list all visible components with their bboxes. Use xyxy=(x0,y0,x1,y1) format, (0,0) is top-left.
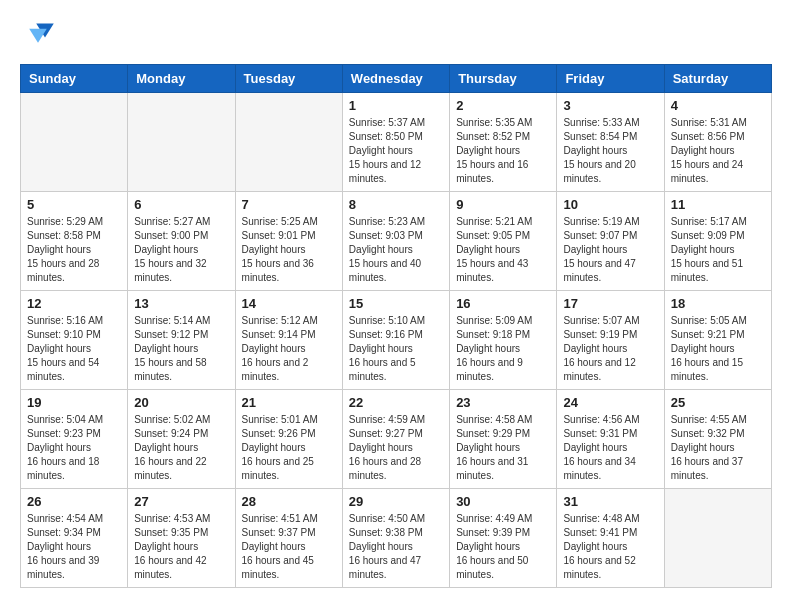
day-number: 22 xyxy=(349,395,443,410)
day-info: Sunrise: 5:10 AMSunset: 9:16 PMDaylight … xyxy=(349,314,443,384)
day-info: Sunrise: 5:17 AMSunset: 9:09 PMDaylight … xyxy=(671,215,765,285)
day-number: 31 xyxy=(563,494,657,509)
calendar-cell: 29 Sunrise: 4:50 AMSunset: 9:38 PMDaylig… xyxy=(342,489,449,588)
calendar-cell: 24 Sunrise: 4:56 AMSunset: 9:31 PMDaylig… xyxy=(557,390,664,489)
day-info: Sunrise: 4:50 AMSunset: 9:38 PMDaylight … xyxy=(349,512,443,582)
day-number: 13 xyxy=(134,296,228,311)
day-info: Sunrise: 4:54 AMSunset: 9:34 PMDaylight … xyxy=(27,512,121,582)
week-row-4: 19 Sunrise: 5:04 AMSunset: 9:23 PMDaylig… xyxy=(21,390,772,489)
calendar-cell: 21 Sunrise: 5:01 AMSunset: 9:26 PMDaylig… xyxy=(235,390,342,489)
day-number: 24 xyxy=(563,395,657,410)
day-info: Sunrise: 5:35 AMSunset: 8:52 PMDaylight … xyxy=(456,116,550,186)
weekday-header-row: SundayMondayTuesdayWednesdayThursdayFrid… xyxy=(21,65,772,93)
calendar-cell: 13 Sunrise: 5:14 AMSunset: 9:12 PMDaylig… xyxy=(128,291,235,390)
day-number: 17 xyxy=(563,296,657,311)
week-row-2: 5 Sunrise: 5:29 AMSunset: 8:58 PMDayligh… xyxy=(21,192,772,291)
calendar-cell: 4 Sunrise: 5:31 AMSunset: 8:56 PMDayligh… xyxy=(664,93,771,192)
day-info: Sunrise: 5:23 AMSunset: 9:03 PMDaylight … xyxy=(349,215,443,285)
calendar-cell: 19 Sunrise: 5:04 AMSunset: 9:23 PMDaylig… xyxy=(21,390,128,489)
day-number: 9 xyxy=(456,197,550,212)
day-info: Sunrise: 5:29 AMSunset: 8:58 PMDaylight … xyxy=(27,215,121,285)
day-number: 20 xyxy=(134,395,228,410)
calendar-cell: 12 Sunrise: 5:16 AMSunset: 9:10 PMDaylig… xyxy=(21,291,128,390)
day-number: 16 xyxy=(456,296,550,311)
day-number: 10 xyxy=(563,197,657,212)
day-number: 7 xyxy=(242,197,336,212)
day-info: Sunrise: 5:07 AMSunset: 9:19 PMDaylight … xyxy=(563,314,657,384)
day-number: 26 xyxy=(27,494,121,509)
calendar-cell: 5 Sunrise: 5:29 AMSunset: 8:58 PMDayligh… xyxy=(21,192,128,291)
calendar-cell: 10 Sunrise: 5:19 AMSunset: 9:07 PMDaylig… xyxy=(557,192,664,291)
day-number: 6 xyxy=(134,197,228,212)
calendar-cell: 23 Sunrise: 4:58 AMSunset: 9:29 PMDaylig… xyxy=(450,390,557,489)
day-number: 21 xyxy=(242,395,336,410)
week-row-3: 12 Sunrise: 5:16 AMSunset: 9:10 PMDaylig… xyxy=(21,291,772,390)
calendar-table: SundayMondayTuesdayWednesdayThursdayFrid… xyxy=(20,64,772,588)
day-number: 1 xyxy=(349,98,443,113)
day-info: Sunrise: 4:56 AMSunset: 9:31 PMDaylight … xyxy=(563,413,657,483)
day-number: 27 xyxy=(134,494,228,509)
calendar-cell xyxy=(21,93,128,192)
calendar-cell: 28 Sunrise: 4:51 AMSunset: 9:37 PMDaylig… xyxy=(235,489,342,588)
day-info: Sunrise: 5:21 AMSunset: 9:05 PMDaylight … xyxy=(456,215,550,285)
day-info: Sunrise: 5:16 AMSunset: 9:10 PMDaylight … xyxy=(27,314,121,384)
day-info: Sunrise: 5:09 AMSunset: 9:18 PMDaylight … xyxy=(456,314,550,384)
calendar-cell: 27 Sunrise: 4:53 AMSunset: 9:35 PMDaylig… xyxy=(128,489,235,588)
calendar-cell: 17 Sunrise: 5:07 AMSunset: 9:19 PMDaylig… xyxy=(557,291,664,390)
day-info: Sunrise: 4:49 AMSunset: 9:39 PMDaylight … xyxy=(456,512,550,582)
day-number: 11 xyxy=(671,197,765,212)
day-number: 14 xyxy=(242,296,336,311)
day-number: 23 xyxy=(456,395,550,410)
calendar-cell: 3 Sunrise: 5:33 AMSunset: 8:54 PMDayligh… xyxy=(557,93,664,192)
calendar-cell: 16 Sunrise: 5:09 AMSunset: 9:18 PMDaylig… xyxy=(450,291,557,390)
day-info: Sunrise: 4:58 AMSunset: 9:29 PMDaylight … xyxy=(456,413,550,483)
day-info: Sunrise: 4:59 AMSunset: 9:27 PMDaylight … xyxy=(349,413,443,483)
weekday-header-sunday: Sunday xyxy=(21,65,128,93)
weekday-header-friday: Friday xyxy=(557,65,664,93)
calendar-cell xyxy=(128,93,235,192)
weekday-header-thursday: Thursday xyxy=(450,65,557,93)
day-info: Sunrise: 4:55 AMSunset: 9:32 PMDaylight … xyxy=(671,413,765,483)
calendar-cell: 15 Sunrise: 5:10 AMSunset: 9:16 PMDaylig… xyxy=(342,291,449,390)
calendar-cell: 9 Sunrise: 5:21 AMSunset: 9:05 PMDayligh… xyxy=(450,192,557,291)
day-info: Sunrise: 4:48 AMSunset: 9:41 PMDaylight … xyxy=(563,512,657,582)
day-info: Sunrise: 5:31 AMSunset: 8:56 PMDaylight … xyxy=(671,116,765,186)
day-number: 4 xyxy=(671,98,765,113)
day-number: 30 xyxy=(456,494,550,509)
calendar-cell: 20 Sunrise: 5:02 AMSunset: 9:24 PMDaylig… xyxy=(128,390,235,489)
calendar-cell: 26 Sunrise: 4:54 AMSunset: 9:34 PMDaylig… xyxy=(21,489,128,588)
logo-icon xyxy=(20,20,56,48)
week-row-1: 1 Sunrise: 5:37 AMSunset: 8:50 PMDayligh… xyxy=(21,93,772,192)
calendar-cell xyxy=(664,489,771,588)
week-row-5: 26 Sunrise: 4:54 AMSunset: 9:34 PMDaylig… xyxy=(21,489,772,588)
day-number: 3 xyxy=(563,98,657,113)
day-number: 29 xyxy=(349,494,443,509)
day-info: Sunrise: 5:02 AMSunset: 9:24 PMDaylight … xyxy=(134,413,228,483)
weekday-header-monday: Monday xyxy=(128,65,235,93)
day-info: Sunrise: 5:19 AMSunset: 9:07 PMDaylight … xyxy=(563,215,657,285)
day-info: Sunrise: 5:04 AMSunset: 9:23 PMDaylight … xyxy=(27,413,121,483)
calendar-cell: 7 Sunrise: 5:25 AMSunset: 9:01 PMDayligh… xyxy=(235,192,342,291)
day-info: Sunrise: 5:05 AMSunset: 9:21 PMDaylight … xyxy=(671,314,765,384)
day-info: Sunrise: 5:27 AMSunset: 9:00 PMDaylight … xyxy=(134,215,228,285)
calendar-cell: 14 Sunrise: 5:12 AMSunset: 9:14 PMDaylig… xyxy=(235,291,342,390)
calendar-cell: 8 Sunrise: 5:23 AMSunset: 9:03 PMDayligh… xyxy=(342,192,449,291)
calendar-cell: 18 Sunrise: 5:05 AMSunset: 9:21 PMDaylig… xyxy=(664,291,771,390)
day-info: Sunrise: 5:33 AMSunset: 8:54 PMDaylight … xyxy=(563,116,657,186)
weekday-header-wednesday: Wednesday xyxy=(342,65,449,93)
calendar-cell: 25 Sunrise: 4:55 AMSunset: 9:32 PMDaylig… xyxy=(664,390,771,489)
day-info: Sunrise: 5:14 AMSunset: 9:12 PMDaylight … xyxy=(134,314,228,384)
day-info: Sunrise: 4:51 AMSunset: 9:37 PMDaylight … xyxy=(242,512,336,582)
day-number: 2 xyxy=(456,98,550,113)
day-number: 15 xyxy=(349,296,443,311)
weekday-header-tuesday: Tuesday xyxy=(235,65,342,93)
calendar-cell: 22 Sunrise: 4:59 AMSunset: 9:27 PMDaylig… xyxy=(342,390,449,489)
day-info: Sunrise: 4:53 AMSunset: 9:35 PMDaylight … xyxy=(134,512,228,582)
calendar-cell: 30 Sunrise: 4:49 AMSunset: 9:39 PMDaylig… xyxy=(450,489,557,588)
calendar-cell xyxy=(235,93,342,192)
day-number: 19 xyxy=(27,395,121,410)
calendar-cell: 6 Sunrise: 5:27 AMSunset: 9:00 PMDayligh… xyxy=(128,192,235,291)
day-number: 18 xyxy=(671,296,765,311)
day-info: Sunrise: 5:37 AMSunset: 8:50 PMDaylight … xyxy=(349,116,443,186)
day-number: 8 xyxy=(349,197,443,212)
